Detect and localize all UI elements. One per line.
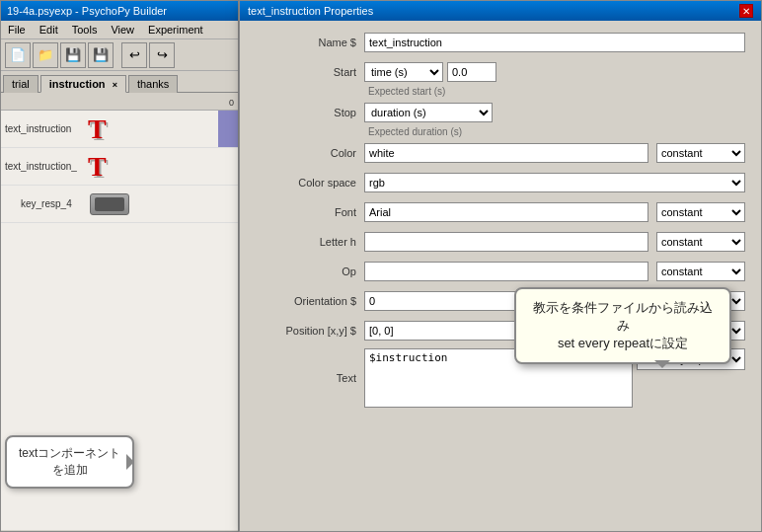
big-tooltip-line2: set every repeatに設定	[558, 336, 688, 350]
colorspace-row: Color space rgb	[256, 171, 745, 194]
position-label: Position [x,y] $	[256, 325, 364, 337]
new-button[interactable]: 📄	[5, 42, 31, 68]
opacity-type-select[interactable]: constant	[656, 262, 745, 281]
stop-row: Stop duration (s)	[256, 101, 745, 124]
letterh-type-select[interactable]: constant	[656, 232, 745, 252]
font-label: Font	[256, 206, 364, 218]
big-tooltip-line1: 教示を条件ファイルから読み込み	[533, 300, 713, 333]
start-controls: time (s)	[364, 62, 496, 82]
name-label: Name $	[256, 37, 364, 48]
letterh-input[interactable]	[364, 232, 648, 252]
start-value-input[interactable]	[447, 62, 496, 82]
big-tooltip: 教示を条件ファイルから読み込み set every repeatに設定	[514, 287, 731, 364]
properties-dialog: text_instruction Properties ✕ Name $ Sta…	[239, 0, 762, 532]
letterh-controls: constant	[364, 232, 745, 252]
start-hint: Expected start (s)	[364, 86, 745, 97]
menu-experiment[interactable]: Experiment	[145, 23, 206, 37]
tab-thanks[interactable]: thanks	[128, 75, 178, 93]
text-icon-1: T	[88, 114, 107, 145]
orientation-label: Orientation $	[256, 295, 364, 307]
ruler-mark: 0	[229, 98, 234, 108]
key-resp-label: key_resp_4	[21, 198, 90, 209]
color-row: Color constant	[256, 141, 745, 165]
start-row: Start time (s)	[256, 60, 745, 84]
builder-title: 19-4a.psyexp - PsychoPy Builder	[7, 5, 167, 17]
start-label: Start	[256, 66, 364, 78]
name-input[interactable]	[364, 33, 745, 52]
opacity-controls: constant	[364, 262, 745, 281]
save-as-button[interactable]: 💾	[88, 42, 114, 68]
routine-item-key-resp[interactable]: key_resp_4	[1, 186, 238, 223]
open-button[interactable]: 📁	[33, 42, 58, 68]
menu-edit[interactable]: Edit	[37, 23, 61, 37]
start-type-select[interactable]: time (s)	[364, 62, 443, 82]
builder-titlebar: 19-4a.psyexp - PsychoPy Builder	[1, 1, 238, 21]
routine-label-2: text_instruction_	[5, 161, 84, 172]
font-input[interactable]	[364, 202, 648, 222]
menu-tools[interactable]: Tools	[69, 23, 101, 37]
redo-button[interactable]: ↪	[149, 42, 175, 68]
stop-label: Stop	[256, 107, 364, 118]
dialog-title: text_instruction Properties	[248, 5, 373, 17]
ruler: 0	[1, 93, 238, 111]
color-controls: constant	[364, 143, 745, 163]
undo-button[interactable]: ↩	[121, 42, 147, 68]
color-label: Color	[256, 147, 364, 159]
font-type-select[interactable]: constant	[656, 202, 745, 222]
builder-content: 0 text_instruction T text_instruction_ T…	[1, 93, 238, 530]
routine-bar-1	[218, 111, 238, 147]
keyboard-icon	[90, 193, 129, 215]
letterh-label: Letter h	[256, 236, 364, 248]
text-icon-2: T	[88, 151, 107, 183]
opacity-label: Op	[256, 266, 364, 277]
colorspace-label: Color space	[256, 177, 364, 189]
dialog-titlebar: text_instruction Properties ✕	[240, 1, 761, 21]
font-row: Font constant	[256, 200, 745, 224]
tabs-bar: trial instruction × thanks	[1, 71, 238, 93]
tab-instruction[interactable]: instruction ×	[40, 75, 126, 93]
opacity-row: Op constant	[256, 260, 745, 283]
routine-item-text-instruction-1[interactable]: text_instruction T	[1, 111, 238, 148]
stop-hint: Expected duration (s)	[364, 126, 745, 137]
color-input[interactable]	[364, 143, 648, 163]
routine-item-text-instruction-2[interactable]: text_instruction_ T	[1, 148, 238, 186]
menu-file[interactable]: File	[5, 23, 29, 37]
builder-tooltip: textコンポーネント を追加	[5, 435, 134, 489]
menu-view[interactable]: View	[108, 23, 137, 37]
tooltip-line2: を追加	[52, 463, 88, 477]
name-row: Name $	[256, 31, 745, 54]
tooltip-line1: textコンポーネント	[19, 446, 120, 460]
builder-menubar: File Edit Tools View Experiment	[1, 21, 238, 39]
letterh-row: Letter h constant	[256, 230, 745, 254]
routine-label-1: text_instruction	[5, 123, 84, 134]
color-type-select[interactable]: constant	[656, 143, 745, 163]
opacity-input[interactable]	[364, 262, 648, 281]
routine-area: text_instruction T text_instruction_ T k…	[1, 111, 238, 530]
dialog-body: Name $ Start time (s) Expected start (s)…	[240, 21, 761, 531]
font-controls: constant	[364, 202, 745, 222]
builder-toolbar: 📄 📁 💾 💾 ↩ ↪	[1, 39, 238, 71]
dialog-close-button[interactable]: ✕	[739, 4, 753, 18]
colorspace-select[interactable]: rgb	[364, 173, 745, 192]
tab-close-instruction[interactable]: ×	[113, 80, 117, 90]
save-button[interactable]: 💾	[60, 42, 86, 68]
builder-window: 19-4a.psyexp - PsychoPy Builder File Edi…	[0, 0, 239, 532]
tab-trial[interactable]: trial	[3, 75, 38, 93]
stop-type-select[interactable]: duration (s)	[364, 103, 493, 122]
text-label: Text	[256, 372, 364, 384]
